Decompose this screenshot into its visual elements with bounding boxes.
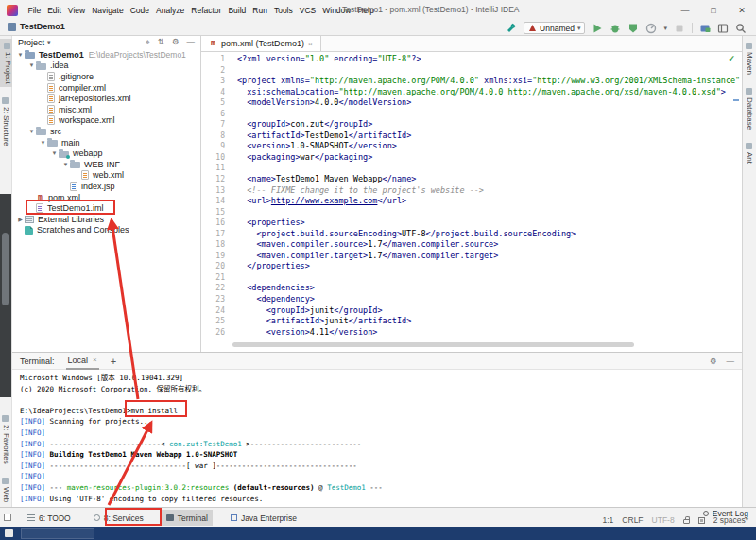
project-structure-icon[interactable]	[699, 23, 711, 34]
tool-button-web[interactable]: Web	[2, 474, 10, 505]
file-git-icon	[47, 72, 55, 81]
tree-toggle-icon[interactable]: ▼	[27, 129, 36, 134]
new-session-icon[interactable]: +	[111, 356, 116, 367]
tree-toggle-icon[interactable]: ▶	[16, 216, 25, 222]
terminal-seg: [INFO]	[20, 483, 50, 492]
code-seg: "http://maven.apache.org/POM/4.0.0"	[310, 76, 479, 85]
lib-icon	[25, 216, 34, 223]
tree-toggle-icon[interactable]: ▼	[39, 140, 47, 146]
menu-code[interactable]: Code	[127, 6, 152, 15]
tree-item[interactable]: ▼src	[12, 126, 200, 137]
menu-analyze[interactable]: Analyze	[153, 6, 188, 15]
tree-item[interactable]: ▼webapp	[12, 148, 200, 159]
search-everywhere-icon[interactable]	[735, 23, 747, 34]
tree-item[interactable]: jarRepositories.xml	[12, 93, 200, 104]
tree-toggle-icon[interactable]: ▼	[50, 150, 59, 156]
terminal-seg: [INFO]	[20, 472, 45, 480]
tool-button-project[interactable]: 1: Project	[0, 39, 12, 87]
build-hammer-icon[interactable]	[506, 23, 517, 34]
tree-item[interactable]: ▼.idea	[12, 61, 200, 72]
code-seg: UTF-8	[402, 229, 426, 238]
menu-view[interactable]: View	[64, 6, 88, 15]
tree-item[interactable]: ▼main	[12, 137, 200, 148]
code-area[interactable]: 1<?xml version="1.0" encoding="UTF-8"?>2…	[201, 54, 742, 339]
tree-label: TestDemo1.iml	[47, 203, 104, 213]
tree-item[interactable]: ▼TestDemo1E:\IdeaProjects\TestDemo1	[12, 49, 200, 61]
indent-widget[interactable]: 2 spaces*	[713, 515, 748, 525]
tool-button-structure[interactable]: 2: Structure	[2, 94, 10, 148]
locate-file-icon[interactable]: ⌖	[146, 37, 150, 47]
debug-button[interactable]	[610, 23, 621, 34]
minimize-button[interactable]: —	[671, 0, 699, 21]
breadcrumb[interactable]: TestDemo1	[8, 22, 65, 31]
gear-icon[interactable]: ⚙	[172, 37, 180, 47]
menu-build[interactable]: Build	[225, 6, 249, 15]
tree-item[interactable]: TestDemo1.iml	[12, 202, 200, 214]
tree-item[interactable]: Scratches and Consoles	[12, 225, 200, 236]
run-config-selector[interactable]: Unnamed ▾	[524, 22, 585, 34]
gear-icon[interactable]: ⚙	[710, 357, 717, 366]
tree-item[interactable]: mpom.xml	[12, 192, 200, 203]
code-seg: <project xmlns=	[237, 76, 310, 85]
tool-button-database[interactable]: Database	[746, 84, 754, 132]
close-button[interactable]: ✕	[728, 0, 756, 21]
terminal-console[interactable]: Microsoft Windows [版本 10.0.19041.329](c)…	[20, 370, 738, 505]
tree-toggle-icon[interactable]: ▼	[16, 52, 25, 58]
editor-horizontal-scrollbar[interactable]	[232, 342, 634, 347]
code-line: 9 <version>1.0-SNAPSHOT</version>	[201, 141, 742, 152]
tree-item[interactable]: .gitignore	[12, 71, 200, 82]
status-button-terminal[interactable]: Terminal	[162, 510, 213, 526]
tool-button-maven[interactable]: Maven	[746, 39, 754, 78]
menu-refactor[interactable]: Refactor	[188, 6, 225, 15]
close-icon[interactable]: ×	[93, 356, 97, 364]
line-separator-widget[interactable]: CRLF	[622, 515, 643, 525]
status-left: 6: TODO8: ServicesTerminalJava Enterpris…	[23, 508, 301, 528]
hide-panel-icon[interactable]: —	[187, 37, 196, 47]
terminal-seg: TestDemo1	[327, 483, 366, 492]
encoding-widget[interactable]: UTF-8	[652, 515, 675, 525]
line-number: 26	[201, 327, 237, 339]
maximize-button[interactable]: □	[699, 0, 728, 21]
status-button-todo[interactable]: 6: TODO	[23, 510, 76, 526]
tree-item[interactable]: workspace.xml	[12, 115, 200, 127]
status-button-java[interactable]: Java Enterprise	[226, 510, 301, 526]
tree-toggle-icon[interactable]: ▼	[61, 162, 70, 167]
project-view-selector[interactable]: Project	[18, 38, 44, 47]
status-button-services[interactable]: 8: Services	[89, 510, 148, 526]
code-seg: http://www.example.com	[271, 196, 378, 205]
tool-window-switcher-icon[interactable]	[4, 514, 11, 521]
tree-item[interactable]: web.xml	[12, 170, 200, 182]
tab-pom-xml[interactable]: m pom.xml (TestDemo1) ×	[201, 36, 321, 51]
tree-item[interactable]: compiler.xml	[12, 82, 200, 94]
run-button[interactable]	[592, 23, 603, 34]
menu-run[interactable]: Run	[249, 6, 271, 15]
tree-label: Scratches and Consoles	[37, 225, 129, 235]
close-tab-icon[interactable]: ×	[308, 40, 313, 48]
layout-icon[interactable]	[717, 23, 729, 34]
profiler-chevron-icon[interactable]: ▾	[663, 25, 667, 32]
menu-tools[interactable]: Tools	[270, 6, 296, 15]
indent-guide-icon[interactable]	[698, 517, 705, 524]
tree-label: .idea	[50, 61, 69, 70]
terminal-tab-local[interactable]: Local ×	[66, 353, 99, 370]
menu-edit[interactable]: Edit	[44, 6, 65, 15]
tree-item[interactable]: ▶External Libraries	[12, 214, 200, 225]
menu-file[interactable]: File	[25, 6, 44, 15]
lock-icon[interactable]	[683, 519, 690, 524]
profiler-button[interactable]	[645, 23, 657, 34]
menu-vcs[interactable]: VCS	[296, 6, 318, 15]
hide-panel-icon[interactable]: —	[727, 357, 735, 366]
stop-button[interactable]	[674, 23, 685, 34]
tree-item[interactable]: ▼WEB-INF	[12, 159, 200, 170]
caret-position-widget[interactable]: 1:1	[603, 515, 614, 525]
code-seg: >	[721, 87, 726, 96]
tree-item[interactable]: index.jsp	[12, 181, 200, 192]
inspection-ok-icon: ✓	[728, 54, 735, 63]
tool-button-ant[interactable]: Ant	[746, 139, 754, 166]
collapse-all-icon[interactable]: ⇅	[158, 37, 164, 47]
menu-navigate[interactable]: Navigate	[89, 6, 128, 15]
tree-item[interactable]: misc.xml	[12, 104, 200, 115]
coverage-button[interactable]	[627, 23, 639, 34]
tree-toggle-icon[interactable]: ▼	[27, 62, 36, 68]
tool-button-favorites[interactable]: 2: Favorites	[2, 411, 10, 467]
